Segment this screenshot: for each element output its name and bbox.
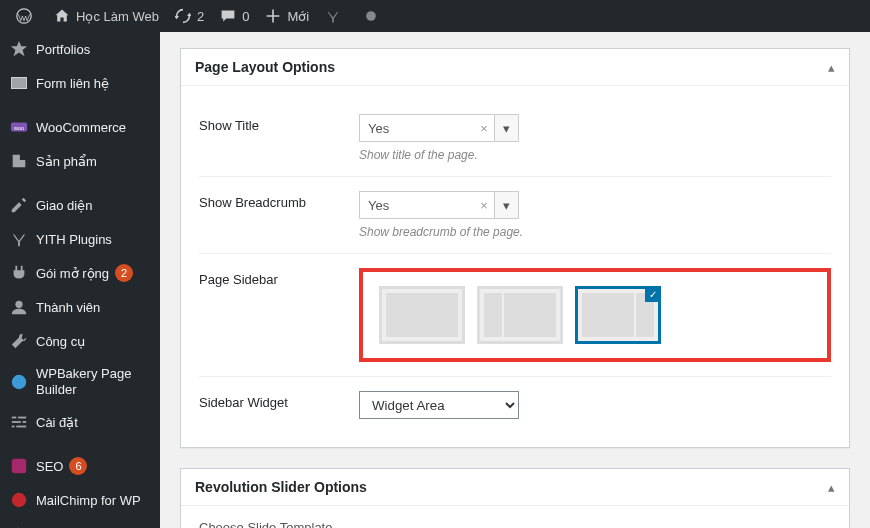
badge: 2 <box>115 264 133 282</box>
settings-icon <box>10 413 28 431</box>
show-title-select[interactable]: Yes × ▾ <box>359 114 519 142</box>
svg-rect-9 <box>12 421 21 423</box>
sidebar-item-portfolios[interactable]: Portfolios <box>0 32 160 66</box>
sidebar-item-yith[interactable]: YITH Plugins <box>0 222 160 256</box>
panel-header[interactable]: Revolution Slider Options ▴ <box>181 469 849 506</box>
clear-icon[interactable]: × <box>474 192 494 218</box>
wpb-icon <box>10 373 28 391</box>
woo-icon: woo <box>10 118 28 136</box>
clear-icon[interactable]: × <box>474 115 494 141</box>
layout-left-sidebar[interactable] <box>477 286 563 344</box>
field-label: Show Title <box>199 114 359 133</box>
sidebar-item-seo[interactable]: SEO6 <box>0 449 160 483</box>
seo-icon <box>10 457 28 475</box>
sidebar-item-form[interactable]: Form liên hệ <box>0 66 160 100</box>
sidebar-item-appearance[interactable]: Giao diện <box>0 188 160 222</box>
chevron-down-icon: ▾ <box>494 115 518 141</box>
layout-right-sidebar[interactable]: ✓ <box>575 286 661 344</box>
panel-page-layout: Page Layout Options ▴ Show Title Yes × ▾… <box>180 48 850 448</box>
sidebar-item-plugins[interactable]: Gói mở rộng2 <box>0 256 160 290</box>
svg-point-14 <box>12 493 26 507</box>
tools-icon <box>10 332 28 350</box>
svg-rect-10 <box>23 421 27 423</box>
svg-point-6 <box>12 374 26 388</box>
svg-rect-8 <box>18 417 26 419</box>
show-breadcrumb-select[interactable]: Yes × ▾ <box>359 191 519 219</box>
updates[interactable]: 2 <box>167 0 212 32</box>
field-desc: Show title of the page. <box>359 148 831 162</box>
badge: 6 <box>69 457 87 475</box>
field-label: Sidebar Widget <box>199 391 359 410</box>
site-name[interactable]: Học Làm Web <box>46 0 167 32</box>
svg-rect-12 <box>16 426 26 428</box>
appearance-icon <box>10 196 28 214</box>
field-label: Page Sidebar <box>199 268 359 287</box>
svg-rect-2 <box>12 78 26 89</box>
star-icon <box>10 40 28 58</box>
svg-point-1 <box>366 11 376 21</box>
sidebar-item-slider[interactable]: Slider Revolution <box>0 517 160 528</box>
panel-title: Revolution Slider Options <box>195 479 367 495</box>
chevron-down-icon: ▾ <box>494 192 518 218</box>
sidebar-item-tools[interactable]: Công cụ <box>0 324 160 358</box>
sidebar-item-products[interactable]: Sản phẩm <box>0 144 160 178</box>
field-label: Show Breadcrumb <box>199 191 359 210</box>
sidebar-item-settings[interactable]: Cài đặt <box>0 405 160 439</box>
panel-title: Page Layout Options <box>195 59 335 75</box>
product-icon <box>10 152 28 170</box>
svg-text:woo: woo <box>13 125 24 131</box>
users-icon <box>10 298 28 316</box>
comments[interactable]: 0 <box>212 0 257 32</box>
mc-icon <box>10 491 28 509</box>
sidebar-item-woo[interactable]: wooWooCommerce <box>0 110 160 144</box>
layout-no-sidebar[interactable] <box>379 286 465 344</box>
mail-icon <box>10 74 28 92</box>
yith-icon <box>10 230 28 248</box>
layout-options-highlight: ✓ <box>359 268 831 362</box>
yoast-icon[interactable] <box>317 0 355 32</box>
field-desc: Show breadcrumb of the page. <box>359 225 831 239</box>
sidebar-item-users[interactable]: Thành viên <box>0 290 160 324</box>
collapse-icon: ▴ <box>828 480 835 495</box>
plugin-icon <box>10 264 28 282</box>
field-label: Choose Slide Template <box>199 520 831 528</box>
svg-point-5 <box>15 301 22 308</box>
panel-header[interactable]: Page Layout Options ▴ <box>181 49 849 86</box>
new[interactable]: Mới <box>257 0 317 32</box>
svg-rect-11 <box>12 426 15 428</box>
sidebar-widget-select[interactable]: Widget Area <box>359 391 519 419</box>
admin-sidebar: Portfolios Form liên hệ wooWooCommerce S… <box>0 32 160 528</box>
svg-rect-13 <box>12 459 26 473</box>
panel-revolution-slider: Revolution Slider Options ▴ Choose Slide… <box>180 468 850 528</box>
sidebar-item-mailchimp[interactable]: MailChimp for WP <box>0 483 160 517</box>
collapse-icon: ▴ <box>828 60 835 75</box>
wp-logo[interactable] <box>8 0 46 32</box>
circle-icon[interactable] <box>355 0 393 32</box>
svg-rect-7 <box>12 417 16 419</box>
sidebar-item-wpbakery[interactable]: WPBakery Page Builder <box>0 358 160 405</box>
check-icon: ✓ <box>645 286 661 302</box>
